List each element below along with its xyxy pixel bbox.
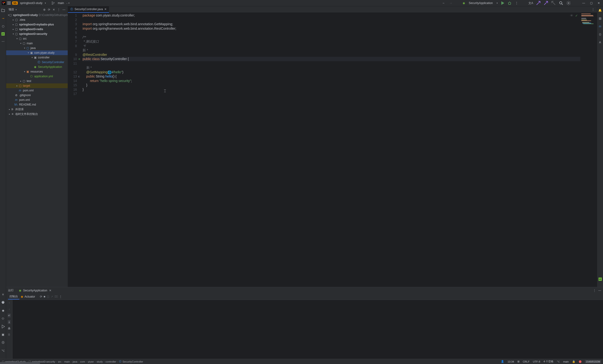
tree-readme[interactable]: README.md [19, 103, 36, 106]
spring-icon: ◉ [463, 1, 465, 5]
tree-redis[interactable]: springboot3-redis [19, 28, 43, 31]
commit-tool-icon[interactable]: ⊸ [1, 16, 5, 21]
minimize-icon[interactable]: — [581, 1, 586, 5]
maximize-icon[interactable]: ▢ [589, 1, 593, 5]
tree-idea[interactable]: .idea [19, 18, 25, 22]
tree-scratch[interactable]: 临时文件和控制台 [15, 112, 38, 116]
notifications-icon[interactable]: 🔔 [598, 8, 602, 12]
tree-controller[interactable]: controller [38, 56, 49, 59]
ai-send-icon[interactable] [544, 1, 548, 5]
tree-mybatis[interactable]: springboot3-mybatis-plus [19, 23, 54, 26]
tree-yml[interactable]: application.yml [34, 75, 53, 78]
stop-icon[interactable]: ■ [44, 295, 45, 298]
tree-pkg[interactable]: com.yiyan.study [34, 51, 55, 55]
hide-icon[interactable]: — [62, 8, 65, 11]
up-icon[interactable]: ↑ [9, 301, 10, 305]
options-icon[interactable]: ⋮ [593, 289, 596, 292]
tree-java[interactable]: java [30, 46, 36, 50]
actuator-tab[interactable]: Actuator [24, 295, 35, 298]
close-icon[interactable]: ✕ [596, 1, 601, 5]
nav-back-icon[interactable]: ← [441, 1, 446, 5]
project-tool-icon[interactable] [1, 8, 5, 12]
tree-resources[interactable]: resources [30, 70, 43, 73]
maven-icon[interactable]: m [598, 24, 602, 29]
close-icon[interactable]: ✕ [49, 289, 51, 292]
translate-icon[interactable]: 文A [528, 1, 533, 5]
main-container: ⊸ ⬡ JR ⋯ ≡ 🅣 ◉ ⏲ ▣ ⓪ ⌥ 项目 ▾ ⊕ ⟳ [0, 6, 603, 359]
project-name[interactable]: springboot3-study [19, 1, 44, 5]
settings-icon[interactable] [566, 1, 571, 5]
run-tab[interactable]: SecurityApplication [23, 289, 47, 292]
branch-name[interactable]: main [56, 1, 65, 5]
search-icon[interactable] [559, 1, 563, 5]
minimap[interactable] [580, 13, 597, 287]
tree-sec-app[interactable]: SecurityApplication [38, 65, 62, 68]
hide-icon[interactable]: — [598, 289, 601, 292]
more-icon[interactable]: ⋮ [514, 1, 519, 5]
project-tree[interactable]: ▾▢springboot3-studyD:\Code\MyGithub\spri… [6, 13, 68, 287]
inspection-ok-icon[interactable]: ✓ [575, 14, 578, 17]
terminal-icon[interactable]: ▣ [1, 332, 5, 337]
down-icon[interactable]: ↓ [9, 308, 10, 311]
a-icon[interactable]: A [598, 40, 602, 44]
editor-tab[interactable]: Ⓒ SecurityController.java ✕ [68, 6, 109, 13]
problems-icon[interactable]: ⓪ [1, 341, 5, 345]
print-icon[interactable]: 🖶 [8, 327, 11, 330]
tree-sec-ctrl[interactable]: SecurityController [42, 61, 64, 64]
database-icon[interactable]: ▤ [598, 16, 602, 21]
tree-gitignore[interactable]: .gitignore [19, 94, 31, 97]
tree-root[interactable]: springboot3-study [13, 13, 38, 17]
svg-point-5 [560, 2, 562, 4]
jrebel-tool-icon[interactable]: JR [1, 32, 5, 36]
layout-icon[interactable]: ⌧ [55, 295, 58, 298]
tree-test[interactable]: test [27, 79, 31, 83]
locate-icon[interactable]: ⊕ [43, 8, 46, 11]
tree-target[interactable]: target [23, 84, 30, 88]
scroll-icon[interactable]: ⤓ [8, 320, 11, 324]
delete-icon[interactable]: 🗑 [8, 333, 11, 336]
tree-extlib[interactable]: 外部库 [15, 107, 24, 111]
gradle-icon[interactable]: ⟨⟩ [598, 32, 602, 36]
hamburger-icon[interactable] [7, 1, 11, 5]
structure-tool-icon[interactable]: ⬡ [1, 24, 5, 29]
tree-security[interactable]: springboot3-security [19, 32, 47, 36]
readonly-icon[interactable]: 👁 [570, 14, 573, 17]
editor-more-icon[interactable]: ⋮ [592, 8, 594, 11]
run-button[interactable] [500, 1, 505, 5]
bookmarks-icon[interactable]: ≡ [1, 292, 5, 297]
tree-pom[interactable]: pom.xml [23, 89, 34, 92]
run-tool-icon[interactable] [1, 324, 5, 329]
tree-main[interactable]: main [27, 42, 33, 45]
gutter[interactable]: 1 2 3 4 5 6 7 8 9 10⊘ 11 12 13 [68, 13, 79, 287]
ai-reply-icon[interactable] [551, 1, 556, 5]
run-output[interactable] [12, 300, 603, 359]
run-panel-title[interactable]: 运行 [8, 288, 14, 292]
more-tool-icon[interactable]: ⋯ [1, 39, 5, 44]
collapse-all-icon[interactable]: ✕ [53, 8, 55, 11]
exit-icon[interactable]: ↗ [51, 295, 53, 298]
expand-icon[interactable]: ⟳ [48, 8, 50, 11]
more-icon[interactable]: ⋮ [59, 295, 62, 298]
run-config-name[interactable]: SecurityApplication [467, 1, 494, 5]
debug-tool-icon[interactable]: ⏲ [1, 316, 5, 321]
right-toolbar: 🔔 ▤ m ⟨⟩ A JR [597, 6, 603, 287]
ai-send-icon[interactable] [536, 1, 541, 5]
git-icon[interactable]: ⌥ [1, 348, 5, 353]
tree-pom2[interactable]: pom.xml [19, 98, 30, 101]
code-area[interactable]: package com.yiyan.study.controller; impo… [79, 13, 580, 287]
wrap-icon[interactable]: ↵ [8, 314, 11, 317]
nav-forward-icon[interactable]: → [449, 1, 453, 5]
tree-root-path: D:\Code\MyGithub\springb [39, 13, 68, 17]
find-icon[interactable]: ◉ [1, 309, 5, 313]
debug-button[interactable] [507, 1, 512, 5]
options-icon[interactable]: ⋮ [57, 8, 60, 11]
capture-icon[interactable]: ◫ [47, 295, 49, 298]
build-icon[interactable]: 🅣 [1, 300, 5, 305]
tree-src[interactable]: src [23, 37, 27, 40]
scrollbar-thumb[interactable] [0, 362, 40, 364]
close-icon[interactable]: ✕ [104, 8, 107, 11]
reload-icon[interactable]: ⟳ [40, 295, 42, 298]
vcs-branch-icon[interactable] [51, 1, 56, 5]
console-tab[interactable]: 控制台 [8, 294, 19, 299]
jrebel-icon[interactable]: JR [599, 277, 602, 281]
